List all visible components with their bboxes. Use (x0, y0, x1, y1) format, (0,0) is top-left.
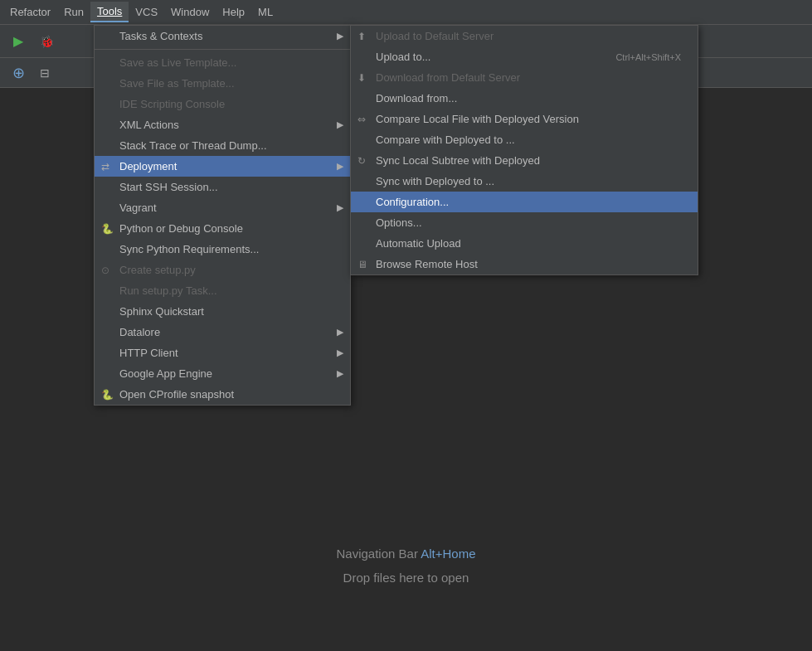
menu-ml[interactable]: ML (251, 2, 280, 22)
menu-item-python-debug-console[interactable]: 🐍 Python or Debug Console (95, 218, 350, 239)
run-button[interactable]: ▶ (7, 30, 30, 53)
menu-item-ide-scripting[interactable]: IDE Scripting Console (95, 94, 350, 114)
menu-item-compare-deployed[interactable]: Compare with Deployed to ... (351, 129, 698, 150)
submenu-arrow-icon: ▶ (337, 327, 343, 338)
menu-item-save-live-template[interactable]: Save as Live Template... (95, 52, 350, 73)
menu-help[interactable]: Help (216, 2, 251, 22)
separator (95, 49, 350, 50)
drop-files-hint: Drop files here to open (336, 571, 475, 585)
menubar: Refactor Run Tools VCS Window Help ML (0, 0, 812, 25)
menu-item-sphinx[interactable]: Sphinx Quickstart (95, 301, 350, 322)
menu-item-run-setup[interactable]: Run setup.py Task... (95, 280, 350, 301)
submenu-arrow-icon: ▶ (337, 368, 343, 379)
menu-item-upload-default[interactable]: ⬆ Upload to Default Server (351, 26, 698, 46)
layout-button[interactable]: ⊟ (33, 61, 56, 85)
menu-item-sync-deployed[interactable]: Sync with Deployed to ... (351, 171, 698, 192)
menu-item-http-client[interactable]: HTTP Client ▶ (95, 343, 350, 363)
menu-item-configuration[interactable]: Configuration... (351, 192, 698, 212)
tools-menu: Tasks & Contexts ▶ Save as Live Template… (94, 25, 351, 406)
menu-run[interactable]: Run (57, 2, 90, 22)
disabled-icon: ⊙ (101, 265, 109, 276)
browse-icon: 🖥 (357, 259, 367, 270)
download-icon: ⬇ (357, 72, 366, 84)
menu-item-stack-trace[interactable]: Stack Trace or Thread Dump... (95, 135, 350, 156)
menu-vcs[interactable]: VCS (129, 2, 164, 22)
upload-icon: ⬆ (357, 31, 366, 42)
debug-button[interactable]: 🐞 (35, 30, 58, 53)
menu-item-vagrant[interactable]: Vagrant ▶ (95, 197, 350, 218)
menu-item-options[interactable]: Options... (351, 212, 698, 233)
deployment-submenu: ⬆ Upload to Default Server Upload to... … (350, 25, 698, 275)
python-icon2: 🐍 (101, 389, 114, 401)
menu-window[interactable]: Window (164, 2, 216, 22)
menu-item-deployment[interactable]: ⇄ Deployment ▶ (95, 156, 350, 177)
menu-item-start-ssh[interactable]: Start SSH Session... (95, 177, 350, 197)
menu-item-download-default[interactable]: ⬇ Download from Default Server (351, 67, 698, 88)
menu-item-open-cprofile[interactable]: 🐍 Open CProfile snapshot (95, 384, 350, 405)
menu-item-tasks-contexts[interactable]: Tasks & Contexts ▶ (95, 26, 350, 46)
add-button[interactable]: ⊕ (7, 61, 30, 85)
menu-item-compare-local[interactable]: ⇔ Compare Local File with Deployed Versi… (351, 109, 698, 129)
menu-item-browse-remote[interactable]: 🖥 Browse Remote Host (351, 254, 698, 274)
deployment-icon: ⇄ (101, 161, 109, 172)
menu-item-google-app-engine[interactable]: Google App Engine ▶ (95, 363, 350, 384)
menu-item-xml-actions[interactable]: XML Actions ▶ (95, 114, 350, 135)
drop-hint: Navigation Bar Alt+Home Drop files here … (336, 547, 475, 585)
compare-icon: ⇔ (357, 114, 366, 125)
submenu-arrow-icon: ▶ (337, 119, 343, 130)
menu-item-upload-to[interactable]: Upload to... Ctrl+Alt+Shift+X (351, 46, 698, 67)
sync-icon: ↻ (357, 155, 366, 167)
menu-item-automatic-upload[interactable]: Automatic Upload (351, 233, 698, 254)
menu-refactor[interactable]: Refactor (3, 2, 57, 22)
shortcut-label: Ctrl+Alt+Shift+X (599, 52, 681, 62)
submenu-arrow-icon: ▶ (337, 347, 343, 358)
menu-item-download-from[interactable]: Download from... (351, 88, 698, 109)
menu-item-create-setup[interactable]: ⊙ Create setup.py (95, 260, 350, 280)
nav-bar-hint: Navigation Bar Alt+Home (336, 547, 475, 561)
menu-item-save-file-template[interactable]: Save File as Template... (95, 73, 350, 94)
menu-item-datalore[interactable]: Datalore ▶ (95, 322, 350, 343)
python-icon: 🐍 (101, 223, 114, 235)
menu-item-sync-local[interactable]: ↻ Sync Local Subtree with Deployed (351, 150, 698, 171)
submenu-arrow-icon: ▶ (337, 161, 343, 172)
menu-tools[interactable]: Tools (90, 2, 129, 22)
submenu-arrow-icon: ▶ (337, 202, 343, 213)
submenu-arrow-icon: ▶ (337, 31, 343, 41)
menu-item-sync-python[interactable]: Sync Python Requirements... (95, 239, 350, 260)
